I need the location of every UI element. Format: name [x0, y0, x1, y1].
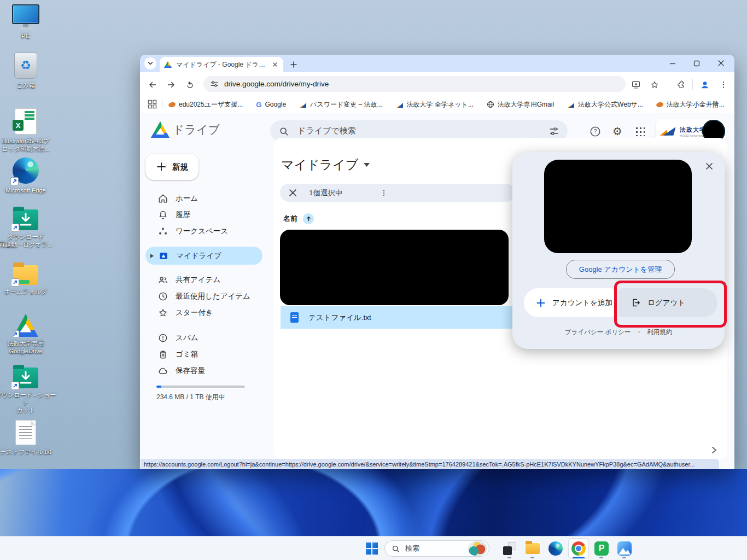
plus-icon: [156, 161, 167, 172]
hosei-plane-favicon: [396, 101, 404, 108]
desktop-icon-home-folder[interactable]: ホームフォルダ: [0, 265, 59, 295]
text-doc-icon: [290, 312, 299, 323]
new-tab-button[interactable]: [288, 59, 300, 71]
scroll-right-button[interactable]: [711, 446, 717, 454]
bookmark-item[interactable]: 法政大学 全学ネット...: [396, 100, 474, 109]
bookmark-item[interactable]: パスワード変更 – 法政...: [299, 100, 382, 109]
taskbar-chrome[interactable]: [569, 539, 588, 558]
logout-button[interactable]: ログアウト: [618, 288, 717, 317]
settings-gear-icon[interactable]: ⚙: [610, 124, 625, 139]
bookmark-item[interactable]: edu2025ユーザ支援...: [168, 100, 243, 109]
desktop-icon-recycle-bin[interactable]: ♻ ごみ箱: [0, 52, 59, 89]
bookmark-star-button[interactable]: [647, 78, 662, 92]
forward-button[interactable]: [164, 78, 178, 92]
desktop-label: Microsoft Edge: [0, 186, 58, 194]
taskbar-edge[interactable]: [546, 539, 565, 558]
window-close-button[interactable]: [710, 55, 732, 72]
search-options-icon[interactable]: [549, 126, 559, 136]
window-maximize-button[interactable]: [686, 55, 708, 72]
bookmarks-bar: edu2025ユーザ支援... GGoogle パスワード変更 – 法政... …: [140, 96, 734, 113]
site-info-icon[interactable]: [210, 80, 219, 89]
bookmark-item[interactable]: 法政大学専用Gmail: [487, 100, 554, 109]
desktop-icon-pc[interactable]: PC: [0, 4, 59, 40]
more-actions-icon[interactable]: [380, 189, 388, 197]
sidebar-item-storage[interactable]: 保存容量: [140, 363, 268, 379]
bookmarks-overflow-button[interactable]: [712, 100, 720, 107]
desktop-icon-edge[interactable]: Microsoft Edge: [0, 158, 59, 194]
desktop-icon-google-drive[interactable]: 法政大学専用GoogleDrive: [0, 314, 59, 355]
popup-close-button[interactable]: [703, 160, 716, 173]
bookmark-apps-icon[interactable]: [148, 100, 157, 109]
selected-file-row[interactable]: テストファイル.txt: [281, 306, 512, 329]
sidebar-label: 共有アイテム: [176, 275, 220, 285]
sidebar-item-home[interactable]: ホーム: [140, 190, 268, 207]
desktop-label: PC: [0, 32, 58, 40]
photos-app-icon: [617, 541, 632, 556]
reload-button[interactable]: [183, 78, 197, 92]
tab-close-icon[interactable]: [271, 61, 279, 68]
desktop-icon-text-file[interactable]: テストファイル.txt: [0, 420, 59, 456]
edge-icon: [548, 541, 563, 556]
sidebar-label: ホーム: [176, 194, 198, 203]
bookmark-item[interactable]: 法政大学公式Webサ...: [567, 100, 643, 109]
page-title-row[interactable]: マイドライブ: [281, 156, 370, 173]
browser-profile-button[interactable]: [698, 78, 712, 92]
account-menu-popup: Google アカウントを管理 アカウントを追加 ログアウト プライバシー ポリ…: [512, 152, 725, 349]
redacted-account-info: [544, 160, 692, 253]
desktop-label: 法政大学専用: [0, 340, 58, 347]
close-icon: [705, 162, 714, 171]
add-account-button[interactable]: アカウントを追加: [524, 288, 614, 317]
clear-selection-icon[interactable]: [289, 189, 297, 197]
taskbar-works-app[interactable]: P: [592, 539, 611, 558]
status-url-bar: https://accounts.google.com/Logout?hl=ja…: [141, 459, 719, 469]
new-button[interactable]: 新規: [145, 154, 199, 180]
extensions-button[interactable]: [674, 78, 688, 92]
taskbar-file-explorer[interactable]: [523, 539, 542, 558]
privacy-policy-link[interactable]: プライバシー ポリシー: [565, 329, 631, 335]
desktop-icon-download-shortcut[interactable]: ダウンロード - ショートカット: [0, 368, 59, 414]
shortcut-arrow-icon: [11, 278, 19, 287]
column-header-name[interactable]: 名前: [283, 213, 314, 224]
taskbar-search[interactable]: 検索: [384, 540, 489, 557]
selection-toolbar: 1個選択中: [280, 184, 515, 202]
desktop-icon-excel-doc[interactable]: X illustrator25.4.3プロッタ印刷方法...: [0, 108, 59, 153]
bell-icon: [157, 209, 168, 220]
sidebar-item-trash[interactable]: ゴミ箱: [140, 346, 268, 363]
sort-ascending-icon[interactable]: [303, 213, 314, 224]
help-button[interactable]: ?: [587, 124, 603, 139]
tab-search-button[interactable]: [144, 57, 156, 69]
spam-icon: [157, 332, 168, 343]
window-minimize-button[interactable]: [662, 55, 684, 72]
sidebar-item-shared[interactable]: 共有アイテム: [140, 272, 268, 288]
taskbar-photos[interactable]: [615, 539, 634, 558]
taskbar-app-window[interactable]: [500, 539, 520, 558]
drive-app-name: ドライブ: [173, 122, 220, 137]
sidebar-item-activity[interactable]: 履歴: [140, 207, 268, 223]
browser-menu-button[interactable]: [716, 78, 731, 92]
tab-title: マイドライブ - Google ドライブ: [176, 60, 267, 69]
sidebar-item-recent[interactable]: 最近使用したアイテム: [140, 288, 268, 305]
sidebar-item-starred[interactable]: スター付き: [140, 305, 268, 321]
sidebar-item-spam[interactable]: スパム: [140, 330, 268, 346]
minimize-icon: [669, 60, 676, 67]
browser-tab[interactable]: マイドライブ - Google ドライブ: [160, 57, 283, 72]
search-highlight-image[interactable]: [468, 541, 487, 556]
trash-icon: [157, 349, 168, 360]
back-button[interactable]: [145, 78, 160, 92]
chevron-down-icon: [147, 60, 154, 67]
apps-grid-icon: [635, 126, 645, 136]
install-app-button[interactable]: [629, 78, 643, 92]
sidebar-item-my-drive[interactable]: マイドライブ: [145, 247, 262, 265]
google-drive-icon: [13, 314, 38, 337]
desktop-icon-download-folder[interactable]: ダウンロード再起動・ログオフ...: [0, 209, 59, 248]
sidebar-item-workspaces[interactable]: ワークスペース: [140, 223, 268, 240]
bookmark-item[interactable]: GGoogle: [256, 101, 286, 109]
start-button[interactable]: [362, 539, 382, 558]
selection-count: 1個選択中: [309, 188, 343, 198]
expand-arrow-icon[interactable]: [150, 253, 154, 259]
storage-usage-text: 234.6 MB / 1 TB 使用中: [156, 393, 225, 402]
google-apps-grid-button[interactable]: [632, 124, 647, 139]
address-bar[interactable]: drive.google.com/drive/my-drive: [203, 76, 626, 92]
terms-link[interactable]: 利用規約: [647, 329, 672, 335]
manage-account-button[interactable]: Google アカウントを管理: [566, 260, 675, 279]
